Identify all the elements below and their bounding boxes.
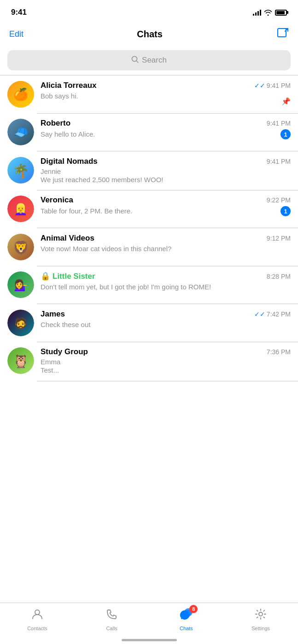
chat-sender-digital-nomads: Jennie	[41, 167, 291, 175]
search-bar[interactable]: Search	[7, 50, 291, 70]
signal-icon	[253, 9, 261, 16]
lock-icon: 🔒	[41, 271, 50, 281]
chat-name-james: James	[41, 310, 65, 319]
search-placeholder: Search	[142, 56, 167, 65]
tab-label-settings: Settings	[251, 626, 270, 631]
edit-button[interactable]: Edit	[9, 29, 23, 39]
double-check-james: ✓✓	[254, 310, 265, 318]
chat-name-study-group: Study Group	[41, 347, 88, 356]
chat-name-alicia: Alicia Torreaux	[41, 81, 97, 90]
chat-preview-james: Check these out	[41, 320, 291, 329]
svg-text:🧔: 🧔	[14, 316, 28, 330]
chat-item-roberto[interactable]: 🧢 Roberto 9:41 PM Say hello to Alice. 1	[0, 113, 298, 151]
chat-preview-veronica: Table for four, 2 PM. Be there.	[41, 207, 280, 216]
chat-name-veronica: Veronica	[41, 196, 73, 205]
chat-list: 🍊 Alicia Torreaux ✓✓ 9:41 PM Bob says hi…	[0, 75, 298, 381]
svg-rect-0	[278, 29, 286, 37]
svg-text:🧢: 🧢	[13, 125, 29, 139]
search-icon	[131, 56, 139, 65]
chat-item-animal-videos[interactable]: 🦁 Animal Videos 9:12 PM Vote now! Moar c…	[0, 228, 298, 266]
avatar-study-group: 🦉	[7, 347, 34, 374]
chat-preview-little-sister: Don't tell mom yet, but I got the job! I…	[41, 282, 291, 292]
svg-point-28	[259, 612, 263, 616]
avatar-alicia: 🍊	[7, 81, 34, 108]
chat-item-digital-nomads[interactable]: 🌴 Digital Nomads 9:41 PM Jennie We just …	[0, 151, 298, 190]
contacts-icon	[31, 608, 44, 624]
chat-time-alicia: ✓✓ 9:41 PM	[254, 82, 291, 89]
settings-icon	[254, 608, 267, 624]
chat-time-james: ✓✓ 7:42 PM	[254, 310, 291, 318]
avatar-digital-nomads: 🌴	[7, 157, 34, 184]
chat-preview-digital-nomads: We just reached 2,500 members! WOO!	[41, 175, 291, 184]
battery-icon	[275, 10, 287, 16]
chat-preview-study-group: Test...	[41, 366, 291, 375]
tab-settings[interactable]: Settings	[223, 603, 298, 635]
header: Edit Chats	[0, 23, 298, 47]
svg-point-22	[35, 610, 40, 615]
svg-line-5	[136, 61, 138, 63]
chat-time-little-sister: 8:28 PM	[267, 273, 291, 280]
status-bar: 9:41	[0, 0, 298, 23]
home-indicator	[122, 639, 177, 641]
chat-preview-roberto: Say hello to Alice.	[41, 130, 280, 139]
chat-name-digital-nomads: Digital Nomads	[41, 157, 98, 166]
chat-time-veronica: 9:22 PM	[267, 196, 291, 204]
chat-item-alicia[interactable]: 🍊 Alicia Torreaux ✓✓ 9:41 PM Bob says hi…	[0, 75, 298, 113]
chat-item-little-sister[interactable]: 💁‍♀️ 🔒 Little Sister 8:28 PM Don't tell …	[0, 266, 298, 304]
tab-label-chats: Chats	[180, 626, 193, 631]
svg-text:💁‍♀️: 💁‍♀️	[14, 278, 28, 292]
tab-label-contacts: Contacts	[27, 626, 47, 631]
avatar-james: 🧔	[7, 310, 34, 336]
wifi-icon	[264, 9, 272, 16]
chats-icon: 8	[179, 608, 193, 624]
avatar-little-sister: 💁‍♀️	[7, 271, 34, 298]
status-time: 9:41	[11, 8, 27, 17]
svg-text:🦁: 🦁	[13, 240, 29, 255]
svg-text:👱‍♀️: 👱‍♀️	[14, 202, 28, 216]
chat-item-james[interactable]: 🧔 James ✓✓ 7:42 PM Check these out	[0, 304, 298, 342]
status-icons	[253, 9, 287, 16]
tab-contacts[interactable]: Contacts	[0, 603, 75, 635]
tab-calls[interactable]: Calls	[75, 603, 149, 635]
tab-chats[interactable]: 8 Chats	[149, 603, 224, 635]
chat-sender-study-group: Emma	[41, 358, 291, 366]
avatar-animal-videos: 🦁	[7, 234, 34, 260]
pin-icon-alicia: 📌	[281, 97, 291, 106]
compose-button[interactable]	[276, 27, 289, 42]
avatar-roberto: 🧢	[7, 119, 34, 145]
svg-text:🌴: 🌴	[13, 163, 29, 178]
search-bar-container: Search	[0, 47, 298, 75]
badge-veronica: 1	[280, 206, 291, 216]
double-check-alicia: ✓✓	[254, 82, 265, 89]
tab-bar: Contacts Calls 8 C	[0, 603, 298, 644]
chat-name-little-sister: 🔒 Little Sister	[41, 271, 95, 281]
chat-item-study-group[interactable]: 🦉 Study Group 7:36 PM Emma Test...	[0, 342, 298, 380]
chat-time-digital-nomads: 9:41 PM	[267, 158, 291, 165]
avatar-veronica: 👱‍♀️	[7, 196, 34, 222]
chat-time-roberto: 9:41 PM	[267, 120, 291, 127]
chat-preview-animal-videos: Vote now! Moar cat videos in this channe…	[41, 244, 291, 253]
svg-text:🦉: 🦉	[13, 354, 29, 369]
svg-text:🍊: 🍊	[13, 87, 29, 102]
chat-item-veronica[interactable]: 👱‍♀️ Veronica 9:22 PM Table for four, 2 …	[0, 190, 298, 228]
calls-icon	[105, 608, 118, 624]
tab-bar-spacer	[0, 381, 298, 427]
tab-label-calls: Calls	[106, 626, 117, 631]
page-title: Chats	[137, 29, 163, 40]
chats-badge: 8	[189, 605, 198, 613]
badge-roberto: 1	[280, 129, 291, 139]
compose-icon	[276, 27, 289, 40]
chat-preview-alicia: Bob says hi.	[41, 92, 291, 101]
chat-name-roberto: Roberto	[41, 119, 70, 128]
chat-time-animal-videos: 9:12 PM	[267, 235, 291, 242]
chat-time-study-group: 7:36 PM	[267, 348, 291, 356]
chat-name-animal-videos: Animal Videos	[41, 234, 94, 243]
